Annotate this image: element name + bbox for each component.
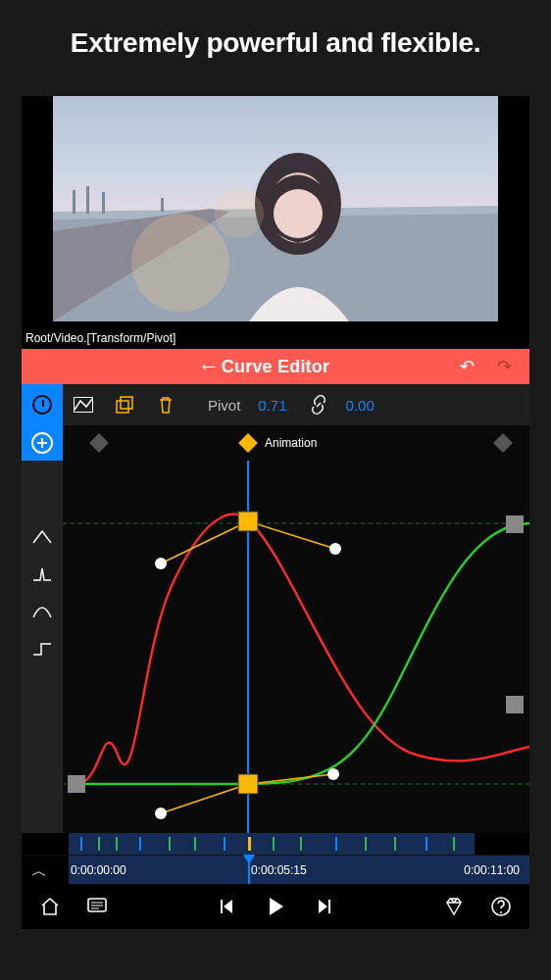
timeline[interactable]: ︿ 0:00:00:00 0:00:05:15 0:00:11:00 — [22, 855, 529, 888]
step-back-icon[interactable] — [219, 897, 238, 916]
current-keyframe-marker[interactable] — [238, 433, 258, 453]
app-window: Root/Video.[Transform/Pivot] ← Curve Edi… — [22, 96, 529, 929]
timecode-end: 0:00:11:00 — [464, 863, 520, 877]
play-icon[interactable] — [264, 895, 287, 918]
svg-rect-1 — [73, 190, 75, 214]
delete-button[interactable] — [145, 396, 186, 414]
svg-rect-3 — [102, 192, 105, 214]
preview-image — [53, 96, 498, 321]
comment-icon[interactable] — [86, 896, 108, 917]
plus-circle-icon — [31, 432, 53, 454]
home-icon[interactable] — [39, 896, 61, 917]
sharp-peak-preset[interactable] — [31, 566, 53, 582]
step-forward-icon[interactable] — [313, 897, 332, 916]
expand-timeline-icon[interactable]: ︿ — [31, 861, 47, 882]
svg-line-18 — [161, 784, 248, 813]
toolbar: Pivot 0.71 0.00 — [22, 384, 529, 425]
animation-label: Animation — [265, 436, 317, 450]
svg-rect-30 — [221, 900, 223, 913]
video-preview[interactable] — [53, 96, 498, 321]
back-arrow-icon[interactable]: ← — [198, 354, 220, 379]
svg-point-7 — [274, 189, 323, 238]
svg-line-16 — [161, 521, 248, 564]
link-value[interactable]: 0.00 — [346, 397, 375, 414]
next-keyframe-button[interactable] — [493, 433, 513, 453]
diamond-premium-icon[interactable] — [443, 896, 465, 917]
curve-graph — [63, 461, 529, 833]
svg-rect-27 — [506, 515, 524, 533]
keyframe-row: Animation — [22, 425, 529, 461]
mini-timeline[interactable]: /* ticks drawn inline below via static s… — [22, 833, 529, 855]
linear-peak-preset[interactable] — [31, 529, 53, 545]
curve-editor-area — [22, 461, 529, 833]
svg-rect-25 — [238, 774, 258, 794]
curve-editor-header: ← Curve Editor ↶ ↷ — [22, 349, 529, 384]
page-headline: Extremely powerful and flexible. — [0, 0, 551, 78]
property-value[interactable]: 0.71 — [258, 397, 286, 414]
graph-icon — [74, 397, 93, 413]
svg-point-9 — [215, 189, 264, 238]
copy-button[interactable] — [104, 396, 145, 414]
svg-rect-4 — [161, 198, 164, 212]
svg-point-33 — [500, 911, 502, 913]
svg-rect-31 — [328, 900, 330, 913]
svg-point-21 — [329, 543, 341, 555]
svg-line-19 — [248, 774, 333, 784]
link-icon[interactable] — [309, 395, 328, 415]
svg-point-22 — [155, 808, 167, 819]
svg-rect-2 — [86, 186, 89, 214]
timecode-playhead: 0:00:05:15 — [251, 863, 307, 877]
redo-icon[interactable]: ↷ — [497, 356, 512, 377]
copy-icon — [116, 396, 133, 414]
timecode-start: 0:00:00:00 — [71, 863, 126, 877]
curve-preset-rail — [22, 461, 63, 833]
property-label: Pivot — [208, 397, 240, 414]
svg-point-20 — [155, 558, 167, 569]
header-title: Curve Editor — [222, 357, 329, 377]
svg-rect-26 — [68, 775, 85, 793]
svg-point-8 — [131, 214, 229, 312]
trash-icon — [158, 396, 174, 414]
curve-canvas[interactable] — [63, 461, 529, 833]
timer-button[interactable] — [22, 384, 63, 425]
add-keyframe-button[interactable] — [22, 425, 63, 461]
step-preset[interactable] — [31, 641, 53, 657]
svg-rect-11 — [121, 397, 132, 409]
svg-rect-28 — [506, 696, 524, 713]
svg-rect-24 — [238, 512, 258, 531]
breadcrumb: Root/Video.[Transform/Pivot] — [22, 321, 529, 349]
graph-mode-button[interactable] — [63, 397, 104, 413]
prev-keyframe-button[interactable] — [89, 433, 109, 453]
svg-point-23 — [327, 768, 339, 780]
help-icon[interactable] — [490, 896, 512, 917]
undo-icon[interactable]: ↶ — [460, 356, 475, 377]
svg-rect-12 — [117, 401, 128, 413]
bottom-bar — [22, 884, 529, 929]
stopwatch-icon — [32, 395, 52, 415]
bell-preset[interactable] — [31, 604, 53, 619]
